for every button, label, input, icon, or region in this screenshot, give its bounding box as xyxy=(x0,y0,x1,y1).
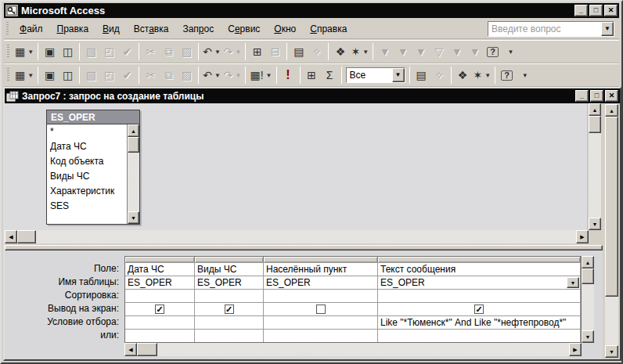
close-button[interactable]: ✕ xyxy=(604,5,618,16)
menu-item-file[interactable]: Файл xyxy=(13,21,50,37)
scrollbar-track[interactable] xyxy=(128,153,139,211)
ask-question-input[interactable] xyxy=(488,23,601,34)
scroll-down-icon[interactable]: ▼ xyxy=(589,218,601,230)
scrollbar-track[interactable] xyxy=(589,133,601,218)
menu-item-help[interactable]: Справка xyxy=(303,21,354,37)
file-search-button[interactable]: ◫ xyxy=(59,66,77,85)
top-values-combo[interactable]: Все▼ xyxy=(346,67,405,83)
show-table-button[interactable]: ⊞ xyxy=(303,66,321,85)
show-cell[interactable]: ✓ xyxy=(125,303,195,315)
column-selector[interactable] xyxy=(264,257,378,262)
doc-close-button[interactable]: ✕ xyxy=(605,90,618,102)
menu-item-view[interactable]: Вид xyxy=(95,21,127,37)
scrollbar-thumb[interactable] xyxy=(589,116,601,133)
table-name-cell[interactable]: ES_OPER xyxy=(264,276,378,289)
insert-rows-button[interactable]: ⊞ xyxy=(248,42,266,61)
undo-button[interactable]: ↶▼ xyxy=(201,42,222,61)
menu-grip-icon[interactable] xyxy=(6,22,9,36)
file-search-button[interactable]: ◫ xyxy=(59,42,77,61)
toolbar-grip-icon[interactable] xyxy=(7,45,9,59)
field-list-item[interactable]: Характеристик xyxy=(47,184,139,199)
database-window-button[interactable]: ❖ xyxy=(454,66,472,85)
scroll-up-icon[interactable]: ▲ xyxy=(605,104,618,117)
chevron-down-icon[interactable]: ▼ xyxy=(392,68,405,82)
scrollbar-track[interactable] xyxy=(582,284,594,330)
properties-button[interactable]: ▤ xyxy=(290,42,308,61)
database-window-button[interactable]: ❖ xyxy=(331,42,349,61)
or-cell[interactable] xyxy=(264,330,378,342)
field-list-item[interactable]: Дата ЧС xyxy=(47,139,139,154)
field-cell[interactable]: Населённый пункт xyxy=(264,263,378,276)
save-button[interactable]: ▣ xyxy=(41,66,59,85)
menu-item-query[interactable]: Запрос xyxy=(175,21,221,37)
maximize-button[interactable]: □ xyxy=(589,5,603,16)
show-checkbox[interactable]: ✓ xyxy=(155,305,164,314)
table-name-cell[interactable]: ES_OPER▼ xyxy=(378,276,581,289)
menu-item-tools[interactable]: Сервис xyxy=(221,21,267,37)
scrollbar-track[interactable] xyxy=(36,230,576,243)
table-name-cell[interactable]: ES_OPER xyxy=(195,276,264,289)
scroll-right-icon[interactable]: ▶ xyxy=(569,343,582,356)
field-list-item[interactable]: SES xyxy=(47,199,139,214)
scrollbar-thumb[interactable] xyxy=(605,117,618,297)
show-checkbox[interactable]: ✓ xyxy=(225,305,234,314)
show-cell[interactable]: ✓ xyxy=(195,303,264,315)
field-cell[interactable]: Текст сообщения xyxy=(378,263,581,276)
pane-splitter[interactable] xyxy=(5,245,603,250)
new-object-button[interactable]: ✶▼ xyxy=(472,66,493,85)
sort-cell[interactable] xyxy=(264,290,378,302)
view-button[interactable]: ▦▼ xyxy=(13,66,35,85)
properties-button[interactable]: ▤ xyxy=(412,66,430,85)
menu-item-window[interactable]: Окно xyxy=(267,21,303,37)
query-type-button[interactable]: ▦!▼ xyxy=(248,66,273,85)
criteria-cell[interactable] xyxy=(125,316,195,329)
field-list-item[interactable]: Виды ЧС xyxy=(47,169,139,184)
scroll-down-icon[interactable]: ▼ xyxy=(128,211,139,224)
scroll-up-icon[interactable]: ▲ xyxy=(128,124,139,137)
show-cell[interactable]: ✓ xyxy=(378,303,581,315)
minimize-button[interactable]: _ xyxy=(574,5,588,16)
sort-cell[interactable] xyxy=(378,290,581,302)
scrollbar-thumb[interactable] xyxy=(137,343,157,356)
menu-item-edit[interactable]: Правка xyxy=(50,21,96,37)
table-name-cell[interactable]: ES_OPER xyxy=(125,276,195,289)
toolbar-grip-icon[interactable] xyxy=(7,68,9,82)
or-cell[interactable] xyxy=(378,330,581,342)
undo-button[interactable]: ↶▼ xyxy=(201,66,222,85)
save-button[interactable]: ▣ xyxy=(41,42,59,61)
run-button[interactable]: ! xyxy=(279,66,297,85)
help-button[interactable]: ? xyxy=(484,42,502,61)
criteria-cell[interactable] xyxy=(264,316,378,329)
scroll-up-icon[interactable]: ▲ xyxy=(582,256,594,268)
new-object-button[interactable]: ✶▼ xyxy=(349,42,370,61)
field-list-title[interactable]: ES_OPER xyxy=(47,110,139,124)
chevron-down-icon[interactable]: ▼ xyxy=(567,277,579,288)
field-cell[interactable]: Дата ЧС xyxy=(125,263,195,276)
doc-minimize-button[interactable]: _ xyxy=(575,90,589,102)
sort-cell[interactable] xyxy=(125,290,195,302)
scroll-up-icon[interactable]: ▲ xyxy=(589,103,601,116)
doc-maximize-button[interactable]: □ xyxy=(590,90,603,102)
ask-question-box[interactable]: ▼ xyxy=(488,21,614,37)
field-list-item[interactable]: Код объекта xyxy=(47,154,139,169)
show-checkbox[interactable] xyxy=(316,305,326,314)
scrollbar-thumb[interactable] xyxy=(128,137,139,153)
totals-button[interactable]: Σ xyxy=(321,66,339,85)
field-cell[interactable]: Виды ЧС xyxy=(195,263,264,276)
criteria-cell[interactable]: Like "*Тюменск*" And Like "*нефтепровод*… xyxy=(378,316,581,329)
scrollbar-thumb[interactable] xyxy=(17,230,36,243)
scroll-down-icon[interactable]: ▼ xyxy=(605,345,618,358)
scroll-right-icon[interactable]: ▶ xyxy=(576,230,589,243)
show-cell[interactable] xyxy=(264,303,378,315)
field-list-item[interactable]: * xyxy=(47,124,139,139)
scroll-down-icon[interactable]: ▼ xyxy=(582,330,594,343)
help-button[interactable]: ? xyxy=(498,66,516,85)
view-button[interactable]: ▦▼ xyxy=(13,42,35,61)
show-checkbox[interactable]: ✓ xyxy=(474,305,484,314)
column-selector[interactable] xyxy=(378,257,581,262)
or-cell[interactable] xyxy=(125,330,195,342)
scroll-left-icon[interactable]: ◀ xyxy=(124,343,137,356)
or-cell[interactable] xyxy=(195,330,264,342)
menu-item-insert[interactable]: Вставка xyxy=(127,21,176,37)
column-selector[interactable] xyxy=(125,257,195,262)
